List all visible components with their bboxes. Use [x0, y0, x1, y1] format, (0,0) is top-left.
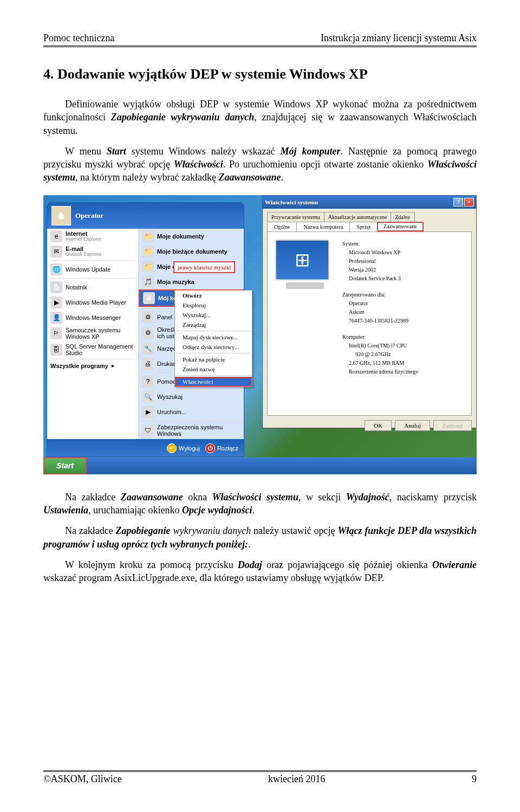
ie-icon: e	[50, 230, 62, 242]
ctx-show-desktop[interactable]: Pokaż na pulpicie	[175, 355, 252, 364]
sys-label: System:	[342, 240, 464, 248]
footer-left: ©ASKOM, Gliwice	[43, 774, 122, 785]
sm-item-tour[interactable]: 🏳Samouczek systemu Windows XP	[47, 325, 138, 341]
screenshot-composite: ♞ Operator eInternetInternet Explorer ✉E…	[43, 195, 477, 474]
callout-right-click: prawy klawisz myszki	[173, 261, 235, 273]
tab-restore[interactable]: Przywracanie systemu	[267, 212, 324, 222]
comp-label: Komputer:	[342, 333, 464, 341]
sm-search[interactable]: 🔍Wyszukaj	[139, 389, 244, 404]
sm-item-wmp[interactable]: ▶Windows Media Player	[47, 295, 138, 310]
folder-icon: 📁	[142, 246, 154, 257]
messenger-icon: 👤	[50, 312, 62, 324]
close-button[interactable]: ×	[464, 198, 474, 207]
ctx-map-drive[interactable]: Mapuj dysk sieciowy...	[175, 332, 252, 342]
paragraph-5: W kolejnym kroku za pomocą przycisku Dod…	[43, 558, 477, 585]
reg-label: Zarejestrowano dla:	[342, 291, 464, 299]
footer-center: kwiecień 2016	[268, 774, 325, 785]
cancel-button[interactable]: Anuluj	[395, 420, 430, 431]
apply-button[interactable]: Zastosuj	[433, 420, 472, 431]
sm-run[interactable]: ▶Uruchom...	[139, 404, 244, 420]
folder-icon: 📁	[142, 230, 154, 242]
sm-all-programs[interactable]: Wszystkie programy ▸	[47, 360, 138, 371]
notepad-icon: 📄	[50, 281, 62, 293]
tour-icon: 🏳	[50, 327, 62, 339]
system-properties-window: Właściwości systemu ? × Przywracanie sys…	[262, 195, 477, 428]
help-button[interactable]: ?	[453, 198, 463, 207]
paragraph-2: W menu Start systemu Windows należy wska…	[43, 145, 477, 184]
paragraph-3: Na zakładce Zaawansowane okna Właściwośc…	[43, 491, 477, 517]
sm-item-update[interactable]: 🌐Windows Update	[47, 262, 138, 277]
sm-item-messenger[interactable]: 👤Windows Messenger	[47, 310, 138, 325]
shield-icon: 🛡	[142, 424, 154, 436]
sm-item-email[interactable]: ✉E-mailOutlook Express	[47, 244, 138, 259]
prop-title: Właściwości systemu	[265, 199, 318, 205]
sm-item-sql[interactable]: 🗄SQL Server Management Studio	[47, 341, 138, 358]
mail-icon: ✉	[50, 246, 62, 257]
computer-icon: 🖥	[143, 292, 155, 304]
ctx-open[interactable]: Otwórz	[175, 291, 252, 300]
disconnect-button[interactable]: ⏻Rozłącz	[205, 443, 238, 453]
printer-icon: 🖨	[142, 358, 154, 370]
header-right: Instrukcja zmiany licencji systemu Asix	[321, 33, 477, 44]
start-menu-left: eInternetInternet Explorer ✉E-mailOutloo…	[47, 229, 139, 439]
tab-updates[interactable]: Aktualizacje automatyczne	[324, 212, 392, 222]
ctx-explore[interactable]: Eksploruj	[175, 300, 252, 310]
ctx-rename[interactable]: Zmień nazwę	[175, 364, 252, 374]
tab-computer-name[interactable]: Nazwa komputera	[296, 222, 350, 231]
tab-remote[interactable]: Zdalny	[391, 212, 414, 222]
sql-icon: 🗄	[50, 344, 62, 356]
access-icon: ⚙	[142, 327, 154, 339]
paragraph-4: Na zakładce Zapobieganie wykrywaniu dany…	[43, 524, 477, 551]
logout-icon: ↩	[167, 443, 177, 453]
ctx-manage[interactable]: Zarządzaj	[175, 320, 252, 330]
run-icon: ▶	[142, 406, 154, 418]
sm-item-internet[interactable]: eInternetInternet Explorer	[47, 229, 138, 244]
tab-hardware[interactable]: Sprzęt	[349, 222, 378, 231]
context-menu: Otwórz Eksploruj Wyszukaj... Zarządzaj M…	[174, 290, 252, 387]
monitor-icon: ⊞	[275, 240, 335, 294]
music-icon: 🎵	[142, 276, 154, 288]
user-avatar-icon: ♞	[51, 206, 71, 225]
tools-icon: 🔧	[142, 343, 154, 355]
folder-icon: 📁	[142, 261, 154, 273]
ctx-unmap-drive[interactable]: Odłącz dysk sieciowy...	[175, 342, 252, 352]
help-icon: ?	[142, 376, 154, 388]
wmp-icon: ▶	[50, 297, 62, 308]
start-menu-header: ♞ Operator	[47, 203, 244, 229]
sm-my-docs[interactable]: 📁Moje dokumenty	[139, 229, 244, 244]
chevron-right-icon: ▸	[112, 362, 115, 369]
update-icon: 🌐	[50, 263, 62, 275]
sm-item-notepad[interactable]: 📄Notatnik	[47, 280, 138, 295]
footer-right: 9	[472, 774, 477, 785]
header-left: Pomoc techniczna	[43, 33, 114, 44]
ok-button[interactable]: OK	[365, 420, 392, 431]
search-icon: 🔍	[142, 391, 154, 403]
power-icon: ⏻	[205, 443, 215, 453]
ctx-search[interactable]: Wyszukaj...	[175, 310, 252, 320]
taskbar: Start	[43, 457, 477, 474]
sm-my-music[interactable]: 🎵Moja muzyka	[139, 274, 244, 289]
cpanel-icon: ⚙	[142, 311, 154, 323]
paragraph-1: Definiowanie wyjątków obsługi DEP w syst…	[43, 98, 477, 137]
tab-general[interactable]: Ogólne	[267, 222, 297, 231]
start-button[interactable]: Start	[43, 457, 87, 474]
sm-recent-docs[interactable]: 📁Moje bieżące dokumenty	[139, 244, 244, 259]
ctx-properties[interactable]: Właściwości	[175, 377, 252, 386]
logout-button[interactable]: ↩Wyloguj	[167, 443, 200, 453]
sm-security[interactable]: 🛡Zabezpieczenia systemu Windows	[139, 422, 244, 439]
tab-advanced[interactable]: Zaawansowane	[377, 222, 424, 231]
page-title: 4. Dodawanie wyjątków DEP w systemie Win…	[43, 66, 477, 82]
